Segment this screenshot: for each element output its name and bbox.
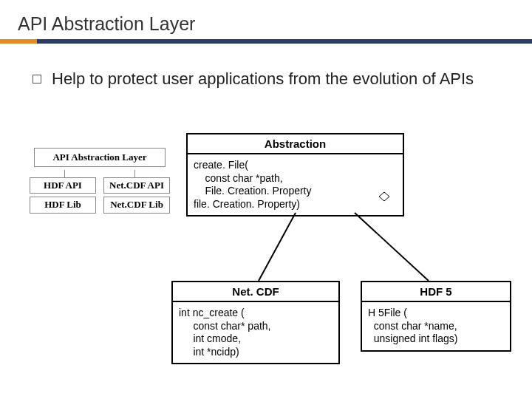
mini-top: API Abstraction Layer (34, 148, 166, 167)
abstraction-class-box: Abstraction create. File( const char *pa… (186, 133, 404, 216)
hdf5-title: HDF 5 (362, 282, 510, 302)
slide-title: API Abstraction Layer (0, 0, 532, 39)
bullet-item: Help to protect user applications from t… (0, 44, 532, 89)
bullet-text: Help to protect user applications from t… (52, 69, 474, 89)
bullet-marker (33, 75, 41, 83)
mini-hdf-api: HDF API (30, 177, 96, 194)
netcdf-class-box: Net. CDF int nc_create ( const char* pat… (171, 281, 340, 364)
svg-line-1 (355, 213, 429, 281)
abstraction-body: create. File( const char *path, File. Cr… (188, 154, 403, 215)
abstraction-title: Abstraction (188, 134, 403, 154)
title-divider (0, 39, 532, 44)
svg-line-0 (259, 213, 296, 281)
hdf5-class-box: HDF 5 H 5File ( const char *name, unsign… (361, 281, 511, 352)
mini-netcdf-lib: Net.CDF Lib (103, 197, 170, 213)
mini-diagram: API Abstraction Layer HDF API Net.CDF AP… (30, 148, 170, 216)
netcdf-body: int nc_create ( const char* path, int cm… (173, 302, 338, 363)
netcdf-title: Net. CDF (173, 282, 338, 302)
mini-hdf-lib: HDF Lib (30, 197, 96, 213)
mini-netcdf-api: Net.CDF API (103, 177, 170, 194)
hdf5-body: H 5File ( const char *name, unsigned int… (362, 302, 510, 350)
